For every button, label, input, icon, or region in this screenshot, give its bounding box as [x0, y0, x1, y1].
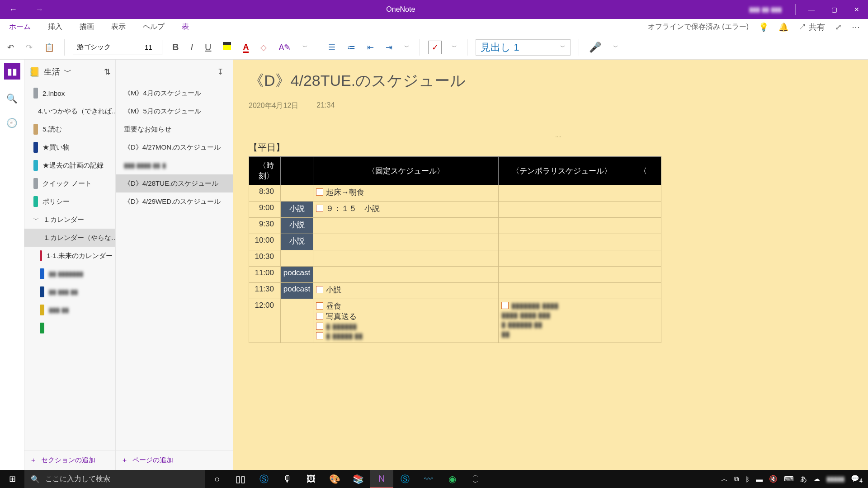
bold-button[interactable]: B [170, 40, 180, 54]
undo-button[interactable]: ↶ [5, 41, 16, 54]
page-item[interactable]: ▮▮▮ ▮▮▮▮ ▮▮ ▮ [116, 156, 233, 174]
skype2-icon[interactable]: Ⓢ [393, 470, 417, 488]
recent-icon[interactable]: 🕘 [6, 117, 18, 128]
font-name-input[interactable] [73, 40, 141, 55]
tab-draw[interactable]: 描画 [79, 21, 95, 33]
numbered-list-button[interactable]: ≔ [345, 41, 357, 54]
tag-more-button[interactable]: ﹀ [450, 42, 459, 53]
page-item[interactable]: 《D》4/28TUE.のスケジュール [116, 174, 233, 192]
volume-icon[interactable]: 🔇 [769, 475, 778, 483]
dictate-more-button[interactable]: ﹀ [611, 42, 620, 53]
section-item[interactable] [24, 319, 115, 337]
page-item[interactable]: 《D》4/27MON.のスケジュール [116, 138, 233, 156]
section-item[interactable]: ▮▮ ▮▮▮ ▮▮ [24, 283, 115, 301]
dropbox-icon[interactable]: ⧉ [734, 475, 739, 483]
section-item[interactable]: ★過去の計画の記録 [24, 156, 115, 174]
dictate-button[interactable]: 🎤 [587, 40, 603, 55]
checkbox[interactable] [316, 205, 323, 212]
search-icon[interactable]: 🔍 [6, 93, 18, 104]
clipboard-icon[interactable]: 📋 [42, 41, 56, 54]
bullet-list-button[interactable]: ☰ [326, 41, 337, 54]
indent-button[interactable]: ⇥ [384, 41, 394, 54]
sort-icon[interactable]: ⇅ [104, 67, 111, 77]
user-name[interactable]: ▮▮▮ ▮▮ ▮▮▮ [749, 5, 782, 14]
page-sort-icon[interactable]: ↧ [217, 67, 224, 77]
books-icon[interactable]: 📚 [346, 470, 370, 488]
back-button[interactable]: ← [9, 5, 17, 14]
tab-home[interactable]: ホーム [8, 21, 32, 33]
section-item[interactable]: 2.Inbox [24, 84, 115, 102]
section-heading[interactable]: 【平日】 [249, 141, 868, 154]
table-row[interactable]: 10:00小説 [249, 234, 661, 250]
section-item[interactable]: 5.読む [24, 120, 115, 138]
section-item[interactable]: ﹀1.カレンダー [24, 211, 115, 229]
font-more-button[interactable]: ﹀ [301, 42, 310, 53]
table-row[interactable]: 9:00小説９：１５ 小説 [249, 202, 661, 218]
tab-view[interactable]: 表示 [110, 21, 127, 33]
microphone-icon[interactable]: 🎙 [276, 470, 299, 488]
window-maximize-button[interactable]: ▢ [823, 0, 845, 19]
italic-button[interactable]: I [189, 40, 195, 54]
notebook-selector[interactable]: 📒 生活 ﹀ ⇅ [24, 60, 115, 84]
page-item[interactable]: 《M》5月のスケジュール [116, 102, 233, 120]
section-item[interactable]: ★買い物 [24, 138, 115, 156]
format-painter-button[interactable]: A✎ [277, 41, 292, 54]
page-title[interactable]: 《D》4/28TUE.のスケジュール [249, 70, 868, 91]
section-item[interactable]: ▮▮▮ ▮▮ [24, 301, 115, 319]
clock[interactable]: ▮▮▮▮▮ [826, 475, 844, 483]
paragraph-more-button[interactable]: ﹀ [402, 42, 411, 53]
forward-button[interactable]: → [35, 5, 43, 14]
evernote-icon[interactable]: ◉ [440, 470, 464, 488]
fullscreen-icon[interactable]: ⤢ [835, 22, 842, 32]
tray-up-icon[interactable]: ︿ [721, 475, 728, 483]
onenote-icon[interactable]: N [370, 470, 393, 488]
checkbox[interactable] [316, 286, 323, 293]
notifications-icon[interactable]: 🔔 [778, 22, 788, 32]
font-color-button[interactable]: A [241, 41, 250, 54]
section-item[interactable]: 4.いつかやる（できれば… [24, 102, 115, 120]
window-minimize-button[interactable]: — [800, 0, 823, 19]
section-item[interactable]: 1-1.未来のカレンダー [24, 247, 115, 265]
section-item[interactable]: 1.カレンダー（やらな… [24, 229, 115, 247]
highlight-button[interactable] [221, 40, 233, 54]
bluetooth-icon[interactable]: ᛒ [745, 475, 750, 483]
notebooks-icon[interactable]: ▮▮ [4, 63, 20, 80]
checkbox[interactable] [316, 188, 323, 196]
checkbox[interactable] [316, 313, 323, 320]
table-row[interactable]: 9:30小説 [249, 218, 661, 234]
font-size-input[interactable] [141, 40, 162, 55]
tab-table[interactable]: 表 [181, 21, 190, 33]
outdent-button[interactable]: ⇤ [365, 41, 376, 54]
window-close-button[interactable]: ✕ [845, 0, 868, 19]
tray-expand-icon[interactable]: ︿﹀ [464, 470, 487, 488]
table-row[interactable]: 11:30podcast小説 [249, 283, 661, 299]
weather-icon[interactable]: ☁ [813, 475, 820, 483]
paint-icon[interactable]: 🎨 [323, 470, 346, 488]
cortana-icon[interactable]: ○ [205, 470, 229, 488]
checkbox[interactable] [316, 332, 323, 339]
ime-indicator[interactable]: あ [800, 475, 807, 483]
start-button[interactable]: ⊞ [0, 474, 24, 484]
schedule-table[interactable]: 〈時刻〉 〈固定スケジュール〉 〈テンポラリスケジュール〉 〈 8:30起床→朝… [249, 156, 661, 343]
share-button[interactable]: ↗ 共有 [798, 22, 825, 33]
note-canvas[interactable]: 《D》4/28TUE.のスケジュール 2020年4月12日 21:34 ····… [233, 60, 868, 470]
tab-help[interactable]: ヘルプ [142, 21, 165, 33]
redo-button[interactable]: ↷ [24, 41, 34, 54]
table-row[interactable]: 11:00podcast [249, 267, 661, 283]
table-row[interactable]: 12:00昼食写真送る▮ ▮▮▮▮▮▮▮ ▮▮▮▮▮ ▮▮▮▮▮▮▮▮▮ ▮▮▮… [249, 299, 661, 343]
section-item[interactable]: クイック ノート [24, 174, 115, 192]
skype-icon[interactable]: Ⓢ [252, 470, 276, 488]
clear-format-button[interactable]: ◇ [259, 41, 269, 54]
taskview-icon[interactable]: ▯▯ [229, 470, 252, 488]
tab-insert[interactable]: 挿入 [47, 21, 63, 33]
section-item[interactable]: ポリシー [24, 192, 115, 211]
tell-me-icon[interactable]: 💡 [759, 22, 769, 32]
table-row[interactable]: 8:30起床→朝食 [249, 185, 661, 202]
taskbar-search[interactable]: 🔍 ここに入力して検索 [24, 470, 205, 488]
action-center-icon[interactable]: 💬4 [851, 474, 863, 484]
add-page-button[interactable]: ＋ ページの追加 [116, 450, 233, 470]
battery-icon[interactable]: ▬ [756, 475, 763, 483]
heading-style-select[interactable]: 見出し 1﹀ [476, 39, 570, 56]
page-item[interactable]: 《M》4月のスケジュール [116, 84, 233, 102]
photos-icon[interactable]: 🖼 [299, 470, 323, 488]
